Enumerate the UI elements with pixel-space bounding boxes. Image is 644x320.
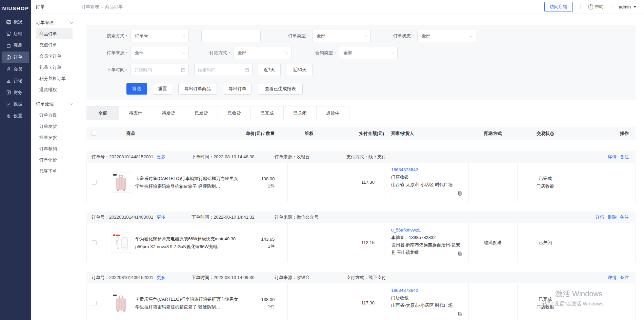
sidebar-item[interactable]: 会员 xyxy=(0,63,31,75)
pay-type-select[interactable]: 全部 xyxy=(233,47,292,59)
search-input[interactable] xyxy=(201,30,261,42)
user-menu[interactable]: admin xyxy=(619,4,637,9)
submenu-item[interactable]: 订单发货 xyxy=(31,121,77,132)
order-no: 订单号：202208101441403001更多 xyxy=(92,214,192,220)
row-checkbox[interactable] xyxy=(92,301,97,305)
operations-cell xyxy=(573,163,635,202)
buyer-name-link[interactable]: u_56afkmvwzL xyxy=(391,226,462,234)
sidebar-item-icon xyxy=(6,66,11,72)
status-tab[interactable]: 已发货 xyxy=(185,106,218,120)
order-action-link[interactable]: 详情 xyxy=(608,154,617,159)
submenu-group-header[interactable]: 订单处理 xyxy=(31,98,77,109)
submenu-group: 订单处理 订单自提 订单发货 批量发货 订单核销 xyxy=(31,98,77,177)
promotion-type-value: 全部 xyxy=(343,50,352,56)
submenu-item[interactable]: 订单核销 xyxy=(31,143,77,154)
row-checkbox[interactable] xyxy=(92,240,97,245)
status-tab[interactable]: 已收货 xyxy=(218,106,251,120)
order-action-link[interactable]: 备注 xyxy=(620,154,629,159)
trade-status-line: 门店收银 xyxy=(537,303,554,311)
copy-address-icon[interactable] xyxy=(457,251,462,259)
last-7-days-button[interactable]: 近7天 xyxy=(258,64,281,76)
start-date-field[interactable] xyxy=(130,64,189,76)
status-tab[interactable]: 全部 xyxy=(86,106,119,120)
sidebar-item[interactable]: 营销 xyxy=(0,75,31,87)
sidebar-item[interactable]: 概况 xyxy=(0,16,31,28)
submenu-item[interactable]: 批量发货 xyxy=(31,132,77,143)
help-icon: ? xyxy=(588,4,593,9)
filter-panel: 搜索方式： 订单号 订单类型： 全部 订单状态： 全部 订单来源： 全部 付款方… xyxy=(86,25,636,100)
promotion-type-select[interactable]: 全部 xyxy=(339,47,398,59)
last-30-days-button[interactable]: 近30天 xyxy=(287,64,313,76)
more-link[interactable]: 更多 xyxy=(157,154,165,159)
buyer-line2: 门店收银 xyxy=(391,174,462,181)
more-link[interactable]: 更多 xyxy=(157,215,165,220)
visit-shop-button[interactable]: 访问店铺 xyxy=(544,2,573,12)
product-qty: 1件 xyxy=(261,303,275,310)
breadcrumb-section[interactable]: 订单管理 xyxy=(81,4,99,10)
sidebar-item[interactable]: 店铺 xyxy=(0,28,31,40)
submenu-group-header[interactable]: 订单管理 xyxy=(31,17,77,28)
sidebar-item[interactable]: 订单 xyxy=(2,52,29,63)
product-cell: 卡帝乐鳄鱼(CARTELO)行李箱旅行箱铝框万向轮男女学生拉杆箱密码箱登机箱皮箱… xyxy=(108,163,287,202)
paid-amount-cell: 117.30 xyxy=(331,163,384,202)
row-checkbox-cell xyxy=(87,163,108,202)
submenu-item[interactable]: 订单自提 xyxy=(31,109,77,121)
submenu-group-label: 订单管理 xyxy=(36,20,54,26)
product-image xyxy=(111,293,131,313)
sidebar-item[interactable]: 数据 xyxy=(0,98,31,110)
help-link[interactable]: ? 帮助 xyxy=(588,4,604,10)
order-time: 下单时间：2022-08-10 14:09:30 xyxy=(192,275,275,281)
order-action-link[interactable]: 详情 xyxy=(596,215,604,220)
status-tab[interactable]: 退款中 xyxy=(317,106,349,120)
sidebar-item[interactable]: 财务 xyxy=(0,87,31,99)
row-checkbox[interactable] xyxy=(92,180,97,185)
help-label: 帮助 xyxy=(595,4,604,10)
order-time-label: 下单时间： xyxy=(86,64,129,76)
submenu-item[interactable]: 退款维权 xyxy=(31,84,77,95)
product-qty: 1件 xyxy=(261,243,275,250)
end-date-field[interactable] xyxy=(194,64,253,76)
order-source-select[interactable]: 全部 xyxy=(130,47,189,59)
sidebar-item-icon xyxy=(6,78,11,83)
submenu-item[interactable]: 订单评价 xyxy=(31,154,77,165)
sidebar-item[interactable]: 商品 xyxy=(0,40,31,52)
start-date-input[interactable] xyxy=(134,67,181,73)
sidebar-item-icon xyxy=(6,19,11,25)
search-type-select[interactable]: 订单号 xyxy=(130,30,189,42)
status-tab[interactable]: 待支付 xyxy=(119,106,152,120)
buyer-line2: 门店收银 xyxy=(391,294,462,302)
view-report-button[interactable]: 查看已生成报表 xyxy=(258,83,303,95)
submenu-item[interactable]: 会员卡订单 xyxy=(31,51,77,62)
order-meta-bar: 订单号：202208101448152001更多 下单时间：2022-08-10… xyxy=(86,151,636,163)
end-date-input[interactable] xyxy=(198,67,244,73)
order-time: 下单时间：2022-08-10 14:48:38 xyxy=(192,154,275,160)
order-status-select[interactable]: 全部 xyxy=(417,30,476,42)
col-buyer: 买家/收货人 xyxy=(384,131,468,137)
buyer-name-link[interactable]: 18634373642 xyxy=(391,166,462,174)
order-action-link[interactable]: 详情 xyxy=(608,275,617,280)
copy-address-icon[interactable] xyxy=(457,312,462,319)
status-tab[interactable]: 已关闭 xyxy=(284,106,317,120)
operations-cell xyxy=(573,223,635,262)
select-all-checkbox[interactable] xyxy=(92,131,96,136)
submenu-item[interactable]: 充值订单 xyxy=(31,39,77,51)
submenu-item[interactable]: 商品订单 xyxy=(36,28,73,39)
sidebar-item[interactable]: 设置 xyxy=(0,110,31,122)
export-order-goods-button[interactable]: 导出订单商品 xyxy=(178,83,217,95)
divider xyxy=(580,4,581,9)
submenu-item[interactable]: 礼品卡订单 xyxy=(31,62,77,73)
order-action-link[interactable]: 删除 xyxy=(608,215,617,220)
submenu-item[interactable]: 积分兑换订单 xyxy=(31,73,77,84)
copy-address-icon[interactable] xyxy=(457,191,462,198)
buyer-name-link[interactable]: 18634373642 xyxy=(391,287,462,294)
order-action-link[interactable]: 备注 xyxy=(620,275,629,280)
status-tab[interactable]: 待发货 xyxy=(152,106,185,120)
filter-button[interactable]: 筛选 xyxy=(126,83,147,95)
more-link[interactable]: 更多 xyxy=(157,275,165,280)
order-action-link[interactable]: 备注 xyxy=(620,215,629,220)
status-tab[interactable]: 已完成 xyxy=(251,106,284,120)
submenu-group-items: 商品订单 充值订单 会员卡订单 礼品卡订单 积分兑换订单 退款维权 xyxy=(31,28,77,95)
export-order-button[interactable]: 导出订单 xyxy=(223,83,252,95)
reset-button[interactable]: 重置 xyxy=(153,83,172,95)
submenu-item[interactable]: 代客下单 xyxy=(31,165,77,177)
